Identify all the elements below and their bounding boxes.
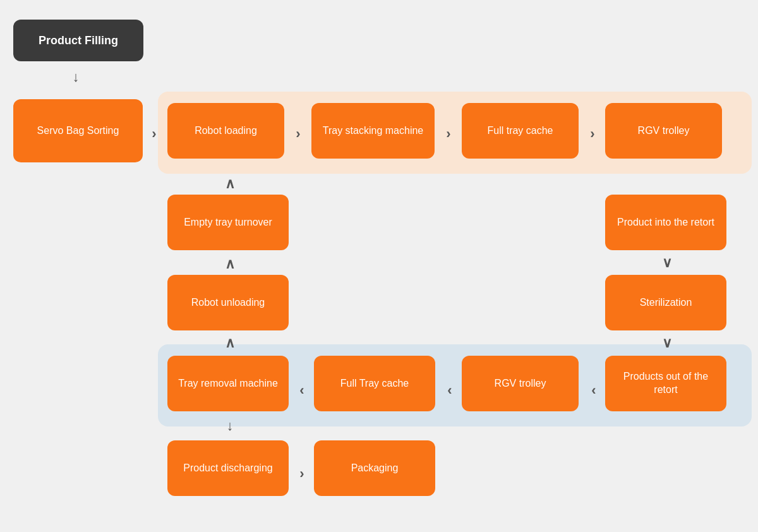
arrow-up-to-tray-removal: ∧	[217, 332, 243, 354]
product-discharging-box: Product discharging	[167, 440, 289, 496]
arrow-discharge-to-packaging: ›	[291, 461, 313, 487]
empty-tray-turnover-box: Empty tray turnover	[167, 195, 289, 250]
tray-stacking-machine-box: Tray stacking machine	[311, 103, 435, 159]
robot-loading-box: Robot loading	[167, 103, 284, 159]
arrow-up-to-empty-tray: ∧	[217, 172, 243, 195]
product-into-retort-box: Product into the retort	[605, 195, 726, 250]
rgv-trolley-bottom-box: RGV trolley	[462, 356, 579, 411]
arrow-products-to-rgv-bottom: ‹	[582, 378, 605, 403]
servo-bag-sorting-box: Servo Bag Sorting	[13, 99, 143, 162]
arrow-rgv-to-full-tray: ‹	[438, 378, 461, 403]
products-out-retort-box: Products out of the retort	[605, 356, 726, 411]
arrow-tray-stack-to-cache: ›	[437, 121, 460, 147]
arrow-tray-removal-to-discharge: ↓	[217, 413, 243, 438]
arrow-full-tray-to-tray-removal: ‹	[291, 378, 313, 403]
arrow-down-to-sterilization: ∨	[654, 251, 680, 274]
full-tray-cache-bottom-box: Full Tray cache	[314, 356, 435, 411]
product-filling-box: Product Filling	[13, 20, 143, 61]
arrow-up-to-robot-unload: ∧	[217, 253, 243, 275]
rgv-trolley-top-box: RGV trolley	[605, 103, 722, 159]
robot-unloading-box: Robot unloading	[167, 275, 289, 330]
arrow-robot-to-tray-stack: ›	[287, 121, 310, 147]
tray-removal-machine-box: Tray removal machine	[167, 356, 289, 411]
diagram: Product Filling ↓ Servo Bag Sorting › Ro…	[0, 0, 758, 532]
arrow-cache-to-rgv: ›	[581, 121, 604, 147]
sterilization-box: Sterilization	[605, 275, 726, 330]
arrow-filling-to-servo: ↓	[63, 64, 88, 90]
arrow-down-to-products-out: ∨	[654, 332, 680, 354]
packaging-box: Packaging	[314, 440, 435, 496]
arrow-servo-to-robot: ›	[143, 121, 165, 147]
full-tray-cache-box: Full tray cache	[462, 103, 579, 159]
